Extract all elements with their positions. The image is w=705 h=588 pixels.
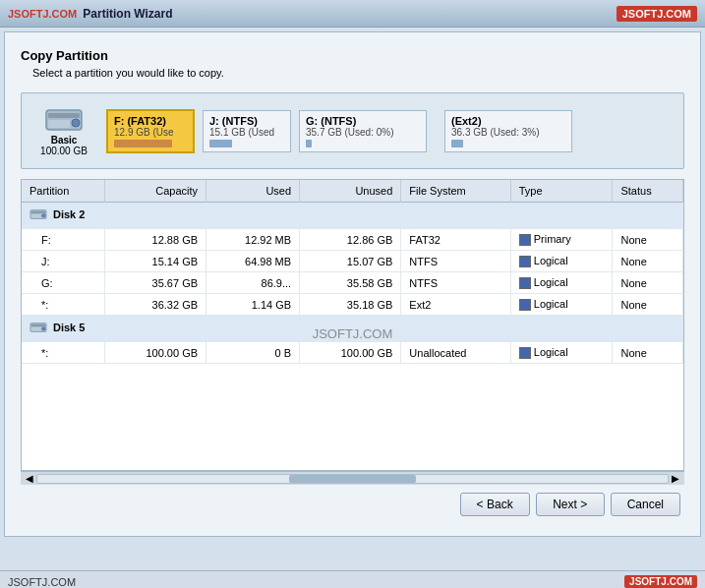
partition-block-name-2: G: (NTFS) (306, 115, 420, 127)
table-cell: Unallocated (401, 342, 510, 364)
cancel-button[interactable]: Cancel (611, 493, 680, 516)
basic-size: 100.00 GB (40, 146, 88, 156)
disk-label: Disk 2 (53, 208, 85, 220)
title-logo-right: JSOFTJ.COM (617, 6, 697, 22)
partition-table: Partition Capacity Used Unused File Syst… (21, 179, 684, 471)
partition-block-info-0: 12.9 GB (Use (114, 127, 187, 138)
hard-disk-icon (44, 105, 84, 135)
table-cell: None (613, 251, 683, 272)
type-label: Logical (534, 255, 568, 266)
table-cell: NTFS (401, 251, 510, 272)
checkbox-icon (519, 299, 531, 311)
disk-selector: Basic 100.00 GB F: (FAT32) 12.9 GB (Use … (21, 92, 684, 169)
partition-block-info-1: 15.1 GB (Used (209, 127, 284, 138)
table-row[interactable]: J:15.14 GB64.98 MB15.07 GBNTFS LogicalNo… (22, 251, 683, 272)
col-capacity: Capacity (104, 180, 206, 203)
col-partition: Partition (22, 180, 104, 203)
disk-label: Disk 5 (53, 322, 85, 333)
table-cell: 15.14 GB (104, 251, 206, 272)
table-cell: F: (22, 229, 104, 251)
table-row[interactable]: *:36.32 GB1.14 GB35.18 GBExt2 LogicalNon… (22, 294, 683, 316)
checkbox-icon (519, 277, 531, 289)
page-title: Copy Partition (21, 48, 684, 63)
table-cell: *: (22, 294, 104, 316)
table-cell: Logical (510, 294, 613, 316)
table-cell: 35.58 GB (300, 272, 401, 294)
partition-block-1[interactable]: J: (NTFS) 15.1 GB (Used (203, 110, 291, 152)
svg-rect-1 (48, 113, 80, 118)
svg-point-6 (42, 214, 46, 218)
partition-block-name-0: F: (FAT32) (114, 115, 187, 127)
table-cell: Logical (510, 342, 613, 364)
partition-block-2[interactable]: G: (NTFS) 35.7 GB (Used: 0%) (299, 110, 427, 152)
table-cell: 100.00 GB (300, 342, 401, 364)
checkbox-icon (519, 234, 531, 246)
table-cell: 86.9... (206, 272, 300, 294)
col-used: Used (206, 180, 300, 203)
svg-point-2 (72, 119, 80, 127)
table-cell: None (613, 294, 683, 316)
page-subtitle: Select a partition you would like to cop… (21, 67, 684, 79)
table-cell: 64.98 MB (206, 251, 300, 272)
type-label: Logical (534, 346, 568, 358)
partition-block-info-3: 36.3 GB (Used: 3%) (451, 127, 565, 138)
footer-right: JSOFTJ.COM (624, 575, 697, 588)
table-cell: 12.88 GB (104, 229, 206, 251)
horizontal-scrollbar[interactable]: ◀ ▶ (21, 471, 684, 485)
table-cell: Logical (510, 251, 613, 272)
button-bar: < Back Next > Cancel (21, 485, 684, 520)
table-cell: 1.14 GB (206, 294, 300, 316)
scroll-right-btn[interactable]: ▶ (669, 473, 682, 484)
disk-header-row: Disk 2 (22, 203, 683, 229)
svg-rect-7 (31, 214, 41, 218)
type-label: Logical (534, 276, 568, 288)
footer-bar: JSOFTJ.COM JSOFTJ.COM (0, 570, 705, 588)
back-button[interactable]: < Back (460, 493, 530, 516)
watermark: JSOFTJ.COM (313, 326, 393, 341)
svg-point-10 (42, 327, 46, 331)
scroll-left-btn[interactable]: ◀ (23, 473, 36, 484)
table-cell: *: (22, 342, 104, 364)
disk-header-icon (29, 207, 47, 223)
title-logo-left: JSOFTJ.COM (8, 8, 77, 20)
table-cell: Logical (510, 272, 613, 294)
type-label: Primary (534, 233, 571, 245)
svg-rect-11 (31, 327, 41, 331)
svg-rect-9 (31, 324, 45, 326)
svg-rect-5 (31, 211, 45, 213)
col-status: Status (613, 180, 683, 203)
next-button[interactable]: Next > (536, 493, 605, 516)
table-row[interactable]: F:12.88 GB12.92 MB12.86 GBFAT32 PrimaryN… (22, 229, 683, 251)
table-cell: 36.32 GB (104, 294, 206, 316)
title-text: Partition Wizard (83, 7, 172, 21)
table-cell: None (613, 272, 683, 294)
table-row[interactable]: *:100.00 GB0 B100.00 GBUnallocated Logic… (22, 342, 683, 364)
table-row[interactable]: G:35.67 GB86.9...35.58 GBNTFS LogicalNon… (22, 272, 683, 294)
partition-block-name-1: J: (NTFS) (209, 115, 284, 127)
type-label: Logical (534, 298, 568, 310)
table-cell: Ext2 (401, 294, 510, 316)
table-cell: G: (22, 272, 104, 294)
scroll-track (36, 474, 669, 484)
disk-header-icon (29, 321, 47, 336)
svg-rect-3 (48, 120, 70, 128)
partition-block-info-2: 35.7 GB (Used: 0%) (306, 127, 420, 138)
table-cell: 100.00 GB (104, 342, 206, 364)
table-cell: Primary (510, 229, 613, 251)
scroll-thumb[interactable] (289, 475, 415, 483)
table-cell: 12.86 GB (300, 229, 401, 251)
table-cell: 35.67 GB (104, 272, 206, 294)
checkbox-icon (519, 347, 531, 359)
table-cell: 12.92 MB (206, 229, 300, 251)
col-type: Type (510, 180, 613, 203)
basic-disk-item: Basic 100.00 GB (29, 101, 98, 160)
col-filesystem: File System (401, 180, 510, 203)
partition-block-0[interactable]: F: (FAT32) 12.9 GB (Use (106, 109, 195, 153)
table-cell: J: (22, 251, 104, 272)
partition-block-3[interactable]: (Ext2) 36.3 GB (Used: 3%) (444, 110, 572, 152)
footer-left: JSOFTJ.COM (8, 576, 76, 588)
table-cell: 0 B (206, 342, 300, 364)
partition-block-name-3: (Ext2) (451, 115, 565, 127)
table-cell: None (613, 342, 683, 364)
checkbox-icon (519, 256, 531, 267)
